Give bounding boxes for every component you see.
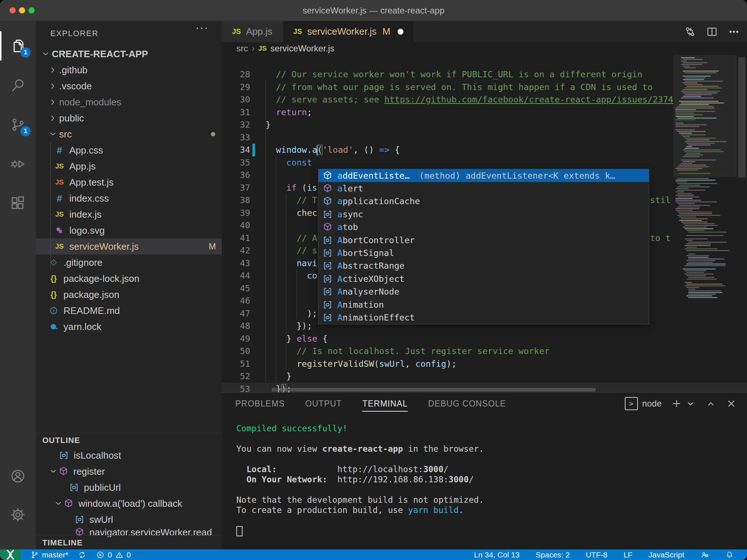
tree-item-public[interactable]: public (36, 110, 222, 126)
code-line[interactable]: } else { (222, 332, 747, 345)
tree-item-serviceWorker.js[interactable]: JSserviceWorker.jsM (36, 238, 222, 254)
minimap[interactable] (673, 55, 737, 392)
css-file-icon: # (57, 193, 62, 204)
panel-tab-OUTPUT[interactable]: OUTPUT (305, 399, 342, 409)
editor-tab-App.js[interactable]: JS App.js (222, 21, 283, 42)
outline-item[interactable]: isLocalhost (36, 447, 222, 463)
close-panel-icon (726, 398, 737, 409)
code-line[interactable] (222, 131, 747, 144)
suggest-item-AbstractRange[interactable]: AbstractRange (318, 260, 649, 272)
terminal-picker-chevron[interactable] (685, 398, 696, 409)
editor-tab-serviceWorker.js[interactable]: JS serviceWorker.js M (283, 21, 414, 42)
activity-bar-item-explorer[interactable]: 1 (0, 28, 36, 63)
status-item-3[interactable]: LF (623, 551, 632, 559)
code-line[interactable]: registerValidSW(swUrl, config); (222, 358, 747, 370)
close-panel-button[interactable] (726, 398, 737, 409)
tree-item-package.json[interactable]: {}package.json (36, 287, 222, 303)
panel-controls: > node (625, 397, 737, 410)
panel-tab-PROBLEMS[interactable]: PROBLEMS (235, 399, 285, 409)
panel-tab-TERMINAL[interactable]: TERMINAL (362, 399, 407, 412)
tree-item-src[interactable]: src (36, 126, 222, 142)
tree-item-logo.svg[interactable]: logo.svg (36, 222, 222, 238)
activity-bar-item-search[interactable] (0, 68, 36, 103)
explorer-more-actions-icon[interactable]: ··· (196, 21, 209, 34)
editor-vertical-scrollbar[interactable] (737, 55, 747, 392)
status-item-1[interactable]: Spaces: 2 (536, 551, 570, 559)
activity-bar-item-extensions[interactable] (0, 186, 36, 221)
tree-item-package-lock.json[interactable]: {}package-lock.json (36, 271, 222, 287)
suggest-item-atob[interactable]: atob (318, 221, 649, 234)
tree-item-README.md[interactable]: README.md (36, 303, 222, 319)
split-editor-button[interactable] (706, 26, 718, 38)
variable-icon (322, 312, 333, 323)
panel-tab-DEBUG CONSOLE[interactable]: DEBUG CONSOLE (428, 399, 506, 409)
js-file-icon: JS (232, 27, 241, 36)
code-line[interactable]: } (222, 370, 747, 383)
outline-item[interactable]: window.a('load') callback (36, 495, 222, 512)
tree-item-.vscode[interactable]: .vscode (36, 78, 222, 94)
problems-item[interactable]: 00 (96, 551, 131, 559)
cube-icon (322, 196, 333, 207)
notifications-bell[interactable] (725, 551, 734, 559)
terminal-output[interactable]: Compiled successfully! You can now view … (236, 423, 740, 550)
terminal-shell-label[interactable]: node (642, 398, 662, 409)
activity-bar-item-settings[interactable] (0, 497, 36, 532)
outline-item[interactable]: swUrl (36, 512, 222, 528)
suggest-item-AnimationEffect[interactable]: AnimationEffect (318, 311, 649, 324)
variable-icon (322, 235, 333, 246)
suggest-item-AbortSignal[interactable]: AbortSignal (318, 246, 649, 259)
status-item-4[interactable]: JavaScript (649, 551, 684, 559)
tree-root-folder[interactable]: CREATE-REACT-APP (36, 46, 222, 62)
tree-item-App.css[interactable]: #App.css (36, 142, 222, 158)
breadcrumb-folder[interactable]: src (236, 43, 248, 54)
outline-item[interactable]: register (36, 463, 222, 479)
suggest-item-alert[interactable]: alert (318, 182, 649, 195)
open-changes-button[interactable] (684, 26, 696, 38)
suggest-item-AbortController[interactable]: AbortController (318, 234, 649, 246)
breadcrumb[interactable]: src › JS serviceWorker.js (222, 42, 747, 55)
git-branch-item[interactable]: master* (30, 551, 68, 559)
suggest-item-ActiveXObject[interactable]: ActiveXObject (318, 272, 649, 285)
tree-item-yarn.lock[interactable]: yarn.lock (36, 319, 222, 335)
code-editor[interactable]: 28 // Our service worker won't work if P… (222, 55, 747, 392)
tree-item-App.test.js[interactable]: JSApp.test.js (36, 174, 222, 190)
outline-section-header[interactable]: OUTLINE (36, 433, 222, 448)
code-line[interactable]: } (222, 118, 747, 131)
suggest-item-AnalyserNode[interactable]: AnalyserNode (318, 285, 649, 298)
tree-item-.github[interactable]: .github (36, 62, 222, 78)
feedback-button[interactable] (700, 551, 709, 559)
suggest-item-Animation[interactable]: Animation (318, 298, 649, 311)
tree-item-index.css[interactable]: #index.css (36, 190, 222, 206)
tree-item-.gitignore[interactable]: .gitignore (36, 254, 222, 271)
remote-indicator[interactable] (0, 549, 21, 560)
tree-item-node_modules[interactable]: node_modules (36, 94, 222, 110)
code-line[interactable]: return; (222, 106, 747, 119)
activity-bar-item-account[interactable] (0, 459, 36, 494)
timeline-section-header[interactable]: TIMELINE (36, 535, 222, 549)
editor-more-actions-button[interactable] (728, 26, 740, 38)
terminal-picker-chevron-icon (685, 398, 696, 409)
breadcrumb-file[interactable]: serviceWorker.js (270, 43, 334, 54)
editor-horizontal-scrollbar[interactable] (272, 388, 596, 392)
title-bar[interactable]: serviceWorker.js — create-react-app (0, 0, 747, 21)
activity-bar-item-run-debug[interactable] (0, 147, 36, 182)
code-line[interactable]: // Our service worker won't work if PUBL… (222, 68, 747, 81)
activity-bar-item-source-control[interactable]: 1 (0, 107, 36, 142)
sync-changes-button[interactable] (78, 551, 86, 559)
tree-item-App.js[interactable]: JSApp.js (36, 158, 222, 174)
code-line[interactable]: // serve assets; see https://github.com/… (222, 93, 747, 106)
new-terminal-button[interactable] (671, 398, 682, 409)
code-line[interactable]: const (222, 156, 747, 169)
tree-item-index.js[interactable]: JSindex.js (36, 206, 222, 222)
status-item-0[interactable]: Ln 34, Col 13 (474, 551, 520, 559)
status-item-2[interactable]: UTF-8 (586, 551, 608, 559)
suggest-item-applicationCache[interactable]: applicationCache (318, 195, 649, 208)
code-line[interactable]: // Is not localhost. Just register servi… (222, 345, 747, 358)
unsaved-dot[interactable] (398, 29, 403, 35)
maximize-panel-button[interactable] (705, 398, 716, 409)
outline-item[interactable]: publicUrl (36, 479, 222, 495)
code-line[interactable]: // from what our page is served on. This… (222, 81, 747, 94)
suggest-item-async[interactable]: async (318, 208, 649, 221)
suggest-item-addEventListe…[interactable]: addEventListe…(method) addEventListener<… (318, 169, 649, 182)
code-line[interactable]: window.a('load', () => { (222, 144, 747, 156)
